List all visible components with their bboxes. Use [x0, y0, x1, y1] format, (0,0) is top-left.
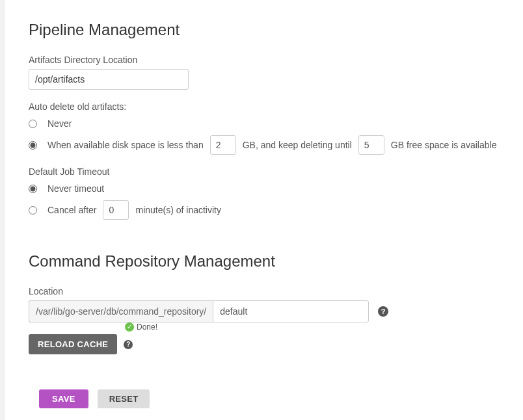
help-icon[interactable]: ? — [124, 340, 133, 349]
disk-target-input[interactable] — [358, 135, 384, 155]
pipeline-management-title: Pipeline Management — [29, 21, 500, 39]
artifacts-directory-input[interactable] — [29, 69, 189, 90]
never-timeout-label: Never timeout — [47, 183, 104, 194]
cancel-after-suffix: minute(s) of inactivity — [135, 205, 221, 215]
auto-delete-never-radio[interactable] — [29, 120, 37, 128]
help-icon[interactable]: ? — [378, 306, 388, 317]
artifacts-directory-label: Artifacts Directory Location — [29, 55, 500, 65]
location-prefix: /var/lib/go-server/db/command_repository… — [29, 300, 213, 322]
never-timeout-radio[interactable] — [29, 185, 37, 193]
check-icon: ✓ — [125, 322, 134, 332]
cancel-minutes-input[interactable] — [103, 200, 129, 220]
command-repo-title: Command Repository Management — [29, 252, 500, 270]
reset-button[interactable]: RESET — [98, 389, 150, 408]
location-input[interactable] — [213, 300, 369, 322]
reload-cache-button[interactable]: RELOAD CACHE — [29, 334, 117, 354]
settings-page: Pipeline Management Artifacts Directory … — [0, 0, 523, 420]
job-timeout-label: Default Job Timeout — [29, 166, 500, 177]
done-badge: ✓ Done! — [125, 322, 157, 332]
disk-threshold-input[interactable] — [210, 135, 236, 155]
cancel-after-prefix: Cancel after — [47, 205, 96, 215]
auto-delete-never-label: Never — [47, 118, 72, 129]
auto-delete-gb-mid: GB, and keep deleting until — [243, 140, 352, 150]
cancel-after-radio[interactable] — [29, 206, 37, 215]
auto-delete-when-prefix: When available disk space is less than — [47, 140, 204, 150]
location-label: Location — [29, 286, 500, 296]
auto-delete-gb-suffix: GB free space is available — [391, 140, 497, 150]
done-label: Done! — [137, 322, 157, 332]
auto-delete-when-radio[interactable] — [29, 141, 37, 150]
auto-delete-label: Auto delete old artifacts: — [29, 101, 500, 112]
save-button[interactable]: SAVE — [39, 389, 88, 408]
